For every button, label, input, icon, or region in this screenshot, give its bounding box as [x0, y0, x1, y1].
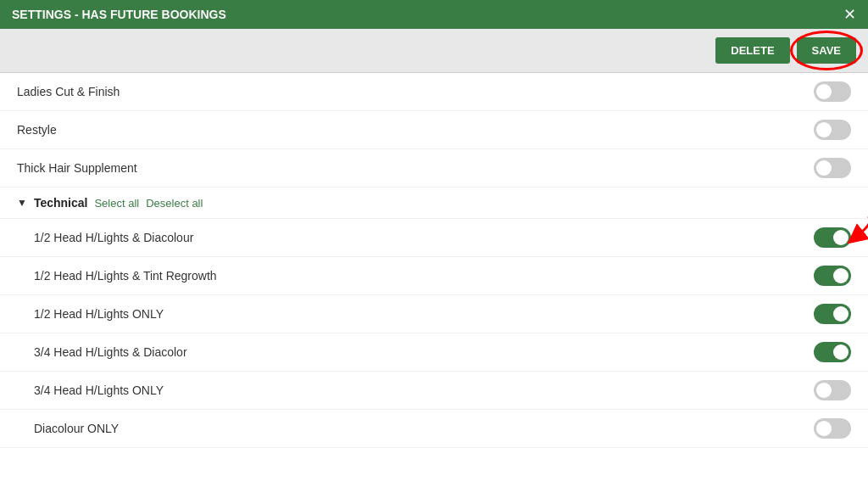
window-title: SETTINGS - HAS FUTURE BOOKINGS	[12, 8, 226, 21]
list-item: 3/4 Head H/Lights & Diacolor	[0, 333, 868, 372]
service-label: Ladies Cut & Finish	[17, 85, 120, 98]
toolbar: DELETE SAVE	[0, 29, 868, 73]
half-head-only-toggle[interactable]	[814, 304, 851, 324]
deselect-all-button[interactable]: Deselect all	[146, 197, 203, 210]
chevron-down-icon: ▼	[17, 197, 27, 209]
list-item: Thick Hair Supplement	[0, 149, 868, 188]
service-label: 3/4 Head H/Lights & Diacolor	[34, 345, 187, 359]
half-head-diacolour-toggle[interactable]	[814, 227, 851, 248]
save-button[interactable]: SAVE	[797, 37, 856, 64]
title-bar: SETTINGS - HAS FUTURE BOOKINGS ✕	[0, 0, 868, 29]
list-item: 1/2 Head H/Lights & Diacolour	[0, 219, 868, 257]
service-label: 1/2 Head H/Lights ONLY	[34, 307, 164, 321]
close-button[interactable]: ✕	[843, 7, 856, 22]
service-label: Thick Hair Supplement	[17, 161, 137, 175]
list-item: 1/2 Head H/Lights ONLY	[0, 295, 868, 333]
three-quarter-diacolor-toggle[interactable]	[814, 342, 851, 362]
select-all-button[interactable]: Select all	[94, 197, 139, 210]
list-item: Restyle	[0, 111, 868, 149]
section-header: ▼ Technical Select all Deselect all	[0, 188, 868, 219]
three-quarter-only-toggle[interactable]	[814, 380, 851, 400]
service-label: Restyle	[17, 123, 57, 137]
section-title: Technical	[34, 196, 88, 210]
list-item: Ladies Cut & Finish	[0, 73, 868, 111]
service-label: 3/4 Head H/Lights ONLY	[34, 383, 164, 397]
list-item: Diacolour ONLY	[0, 410, 868, 448]
restyle-toggle[interactable]	[814, 120, 851, 140]
settings-window: SETTINGS - HAS FUTURE BOOKINGS ✕ DELETE …	[0, 0, 868, 487]
half-head-tint-toggle[interactable]	[814, 266, 851, 286]
service-label: Diacolour ONLY	[34, 422, 119, 435]
thick-hair-toggle[interactable]	[814, 158, 851, 178]
service-label: 1/2 Head H/Lights & Tint Regrowth	[34, 269, 217, 283]
delete-button[interactable]: DELETE	[715, 37, 789, 64]
content-area: Ladies Cut & Finish Restyle Thick Hair S…	[0, 73, 868, 487]
diacolour-only-toggle[interactable]	[814, 418, 851, 439]
list-item: 1/2 Head H/Lights & Tint Regrowth	[0, 257, 868, 295]
ladies-cut-toggle[interactable]	[814, 81, 851, 102]
list-item: 3/4 Head H/Lights ONLY	[0, 372, 868, 410]
save-wrapper: SAVE	[797, 37, 856, 64]
service-label: 1/2 Head H/Lights & Diacolour	[34, 231, 193, 244]
